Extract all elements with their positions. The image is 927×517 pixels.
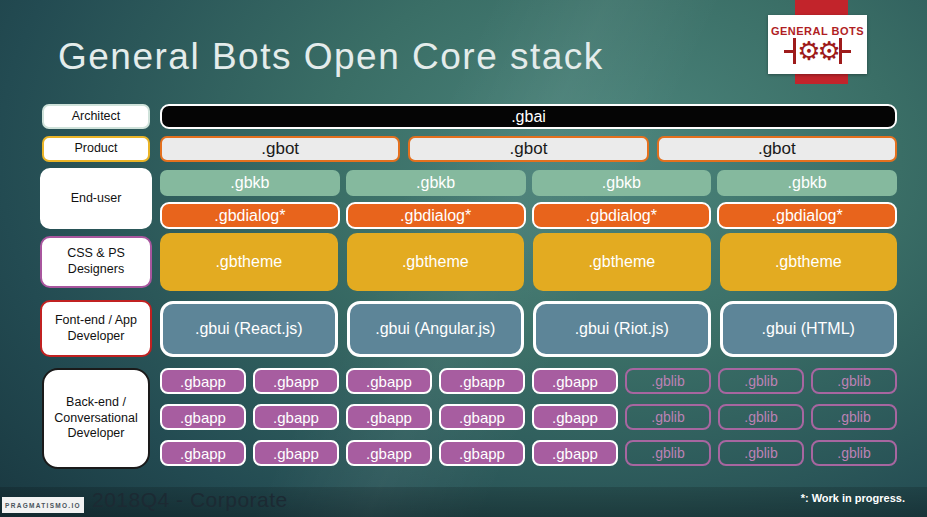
row-gbdialog: .gbdialog* .gbdialog* .gbdialog* .gbdial… xyxy=(160,202,897,229)
stack-box-gblib: .gblib xyxy=(625,404,711,430)
pragmatismo-logo: PRAGMATISMO.IO xyxy=(2,497,84,513)
row-gbapp-2: .gbapp .gbapp .gbapp .gbapp .gbapp .gbli… xyxy=(160,404,897,430)
stack-box-gblib: .gblib xyxy=(625,368,711,394)
stack-box-gbapp: .gbapp xyxy=(346,440,432,466)
role-label-end-user: End-user xyxy=(40,168,152,229)
general-bots-logo: GENERAL BOTS ⚙⚙ xyxy=(768,15,867,74)
stack-box-gbapp: .gbapp xyxy=(160,404,246,430)
page-title: General Bots Open Core stack xyxy=(58,36,698,78)
row-gbtheme: .gbtheme .gbtheme .gbtheme .gbtheme xyxy=(160,233,897,291)
stack-box-gbapp: .gbapp xyxy=(439,368,525,394)
stack-box-gbapp: .gbapp xyxy=(532,404,618,430)
stack-box-gbapp: .gbapp xyxy=(346,368,432,394)
stack-box-gbui-react: .gbui (React.js) xyxy=(160,301,338,357)
stack-box-gbot: .gbot xyxy=(160,136,400,162)
gear-glyphs-icon: ⚙⚙ xyxy=(797,38,838,64)
row-gbkb: .gbkb .gbkb .gbkb .gbkb xyxy=(160,170,897,196)
stack-box-gbapp: .gbapp xyxy=(253,404,339,430)
stack-box-gbkb: .gbkb xyxy=(346,170,526,196)
stack-box-gbkb: .gbkb xyxy=(160,170,340,196)
stack-box-gbkb: .gbkb xyxy=(532,170,712,196)
stack-box-gbai: .gbai xyxy=(160,104,897,129)
row-gbapp-1: .gbapp .gbapp .gbapp .gbapp .gbapp .gbli… xyxy=(160,368,897,394)
stack-box-gbdialog: .gbdialog* xyxy=(346,202,526,229)
stack-box-gbapp: .gbapp xyxy=(439,440,525,466)
stack-box-gbot: .gbot xyxy=(657,136,897,162)
stack-box-gbapp: .gbapp xyxy=(253,440,339,466)
stack-box-gbapp: .gbapp xyxy=(346,404,432,430)
stack-box-gbdialog: .gbdialog* xyxy=(532,202,712,229)
pragmatismo-logo-text: PRAGMATISMO.IO xyxy=(5,502,81,509)
stack-box-gbapp: .gbapp xyxy=(532,368,618,394)
stack-box-gbapp: .gbapp xyxy=(532,440,618,466)
work-in-progress-note: *: Work in progress. xyxy=(801,492,905,504)
footer-caption: 2018Q4 - Corporate xyxy=(92,488,288,512)
stack-box-gblib: .gblib xyxy=(718,368,804,394)
gear-bar-left-icon xyxy=(793,38,796,64)
stack-box-gbtheme: .gbtheme xyxy=(720,233,898,291)
role-label-front-end-developer: Font-end / App Developer xyxy=(40,300,152,357)
gear-stub-left-icon xyxy=(784,50,793,53)
stack-box-gbdialog: .gbdialog* xyxy=(717,202,897,229)
row-gbai: .gbai xyxy=(160,104,897,129)
stack-box-gbapp: .gbapp xyxy=(253,368,339,394)
stack-box-gblib: .gblib xyxy=(718,440,804,466)
stack-box-gbapp: .gbapp xyxy=(160,368,246,394)
stack-box-gbtheme: .gbtheme xyxy=(160,233,338,291)
role-label-css-ps-designers: CSS & PS Designers xyxy=(40,236,152,288)
stack-box-gbdialog: .gbdialog* xyxy=(160,202,340,229)
gear-stub-right-icon xyxy=(842,50,851,53)
role-label-back-end-developer: Back-end / Conversational Developer xyxy=(42,368,150,469)
stack-box-gbui-html: .gbui (HTML) xyxy=(720,301,898,357)
stack-box-gblib: .gblib xyxy=(811,368,897,394)
stack-box-gbot: .gbot xyxy=(408,136,648,162)
stack-box-gbapp: .gbapp xyxy=(439,404,525,430)
role-label-product: Product xyxy=(42,136,150,162)
stack-box-gbtheme: .gbtheme xyxy=(347,233,525,291)
row-gbui: .gbui (React.js) .gbui (Angular.js) .gbu… xyxy=(160,301,897,357)
stack-box-gblib: .gblib xyxy=(718,404,804,430)
stack-box-gblib: .gblib xyxy=(625,440,711,466)
stack-box-gbkb: .gbkb xyxy=(717,170,897,196)
stack-box-gbui-riot: .gbui (Riot.js) xyxy=(533,301,711,357)
slide: General Bots Open Core stack GENERAL BOT… xyxy=(0,0,927,517)
stack-box-gblib: .gblib xyxy=(811,404,897,430)
stack-box-gbui-angular: .gbui (Angular.js) xyxy=(347,301,525,357)
stack-box-gblib: .gblib xyxy=(811,440,897,466)
stack-box-gbapp: .gbapp xyxy=(160,440,246,466)
row-gbapp-3: .gbapp .gbapp .gbapp .gbapp .gbapp .gbli… xyxy=(160,440,897,466)
row-gbot: .gbot .gbot .gbot xyxy=(160,136,897,162)
role-label-architect: Architect xyxy=(42,104,150,129)
stack-box-gbtheme: .gbtheme xyxy=(533,233,711,291)
gears-icon: ⚙⚙ xyxy=(784,38,851,64)
